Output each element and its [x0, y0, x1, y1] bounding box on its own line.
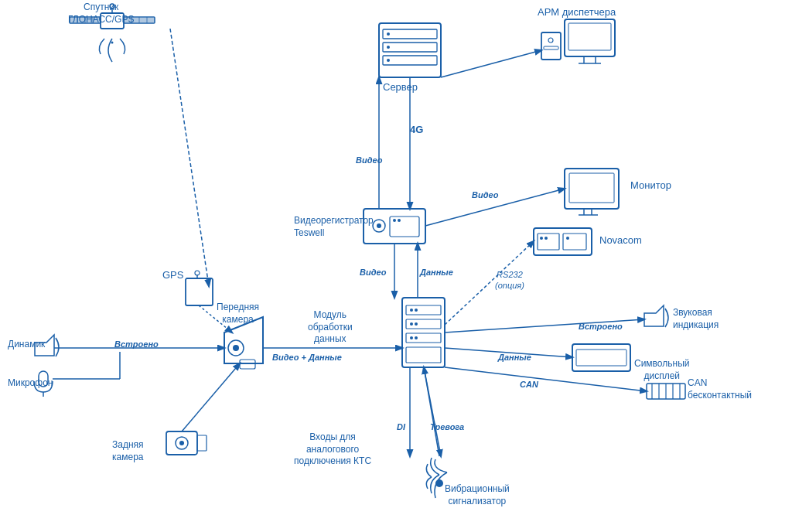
can-contactless-label: CANбесконтактный [688, 377, 752, 401]
svg-rect-76 [197, 435, 207, 451]
svg-rect-22 [383, 43, 437, 52]
svg-point-61 [415, 336, 418, 339]
svg-rect-27 [568, 23, 611, 50]
video-label-2: Видео [472, 189, 498, 200]
svg-rect-52 [402, 298, 445, 367]
svg-point-42 [377, 223, 381, 228]
svg-point-55 [415, 309, 418, 312]
svg-line-18 [170, 29, 209, 286]
rs232-label: RS232(опция) [495, 269, 524, 292]
svg-line-34 [441, 50, 541, 77]
alarm-label: Тревога [430, 421, 464, 432]
svg-point-54 [410, 309, 413, 312]
rear-camera-label: Задняякамера [112, 439, 144, 463]
microphone-label: Микрофон [8, 377, 53, 390]
analog-input-label: Входы дляаналоговогоподключения КТС [294, 431, 371, 468]
svg-rect-24 [383, 56, 437, 65]
svg-point-58 [415, 322, 418, 326]
svg-point-44 [393, 219, 396, 222]
svg-rect-19 [379, 23, 441, 77]
svg-marker-78 [644, 305, 664, 326]
data-label-1: Данные [420, 267, 453, 278]
builtin-label-2: Встроено [579, 321, 623, 332]
gps-label: GPS [162, 269, 183, 282]
svg-point-49 [544, 237, 548, 240]
svg-rect-79 [572, 344, 630, 371]
svg-point-23 [387, 46, 390, 49]
novacom-label: Novacom [599, 234, 642, 247]
videoregistrator-label: ВидеорегистраторTeswell [294, 215, 374, 239]
symbol-display-label: Символьныйдисплей [634, 358, 689, 382]
svg-rect-80 [576, 350, 626, 366]
svg-point-32 [548, 38, 553, 43]
builtin-label-1: Встроено [114, 339, 159, 350]
server-label: Сервер [383, 81, 418, 94]
video-label-3: Видео [360, 267, 386, 278]
data-module-label: Модульобработкиданных [308, 309, 353, 346]
svg-point-68 [233, 345, 239, 351]
svg-rect-50 [563, 234, 586, 250]
svg-point-60 [410, 336, 413, 339]
front-camera-label: Передняякамера [217, 302, 259, 326]
svg-point-21 [387, 32, 390, 36]
svg-point-17 [111, 42, 114, 44]
arm-label: АРМ диспетчера [538, 6, 616, 19]
svg-point-45 [398, 219, 401, 222]
svg-point-57 [410, 322, 413, 326]
svg-rect-36 [569, 173, 614, 203]
svg-rect-26 [565, 19, 615, 56]
svg-line-102 [182, 363, 240, 431]
svg-point-25 [387, 59, 390, 62]
svg-rect-47 [538, 234, 559, 250]
can-label: CAN [520, 379, 538, 390]
svg-point-77 [435, 479, 443, 487]
svg-point-51 [566, 237, 569, 240]
video-label-1: Видео [356, 155, 382, 165]
vibration-label: Вибрационныйсигнализатор [445, 483, 510, 507]
satellite-label: СпутникГЛОНАСС/GPS [68, 2, 134, 26]
4g-label: 4G [410, 124, 423, 137]
sound-indicator-label: Звуковаяиндикация [673, 307, 719, 331]
svg-point-75 [179, 441, 184, 445]
data-label-2: Данные [498, 352, 531, 363]
svg-rect-62 [406, 347, 441, 363]
di-label: DI [397, 421, 405, 432]
svg-line-105 [424, 367, 439, 456]
video-data-label: Видео + Данные [272, 352, 342, 363]
monitor-label: Монитор [630, 179, 671, 193]
speaker-label: Динамик [8, 339, 45, 351]
svg-point-48 [540, 237, 543, 240]
svg-rect-33 [544, 46, 558, 49]
svg-rect-20 [383, 29, 437, 39]
